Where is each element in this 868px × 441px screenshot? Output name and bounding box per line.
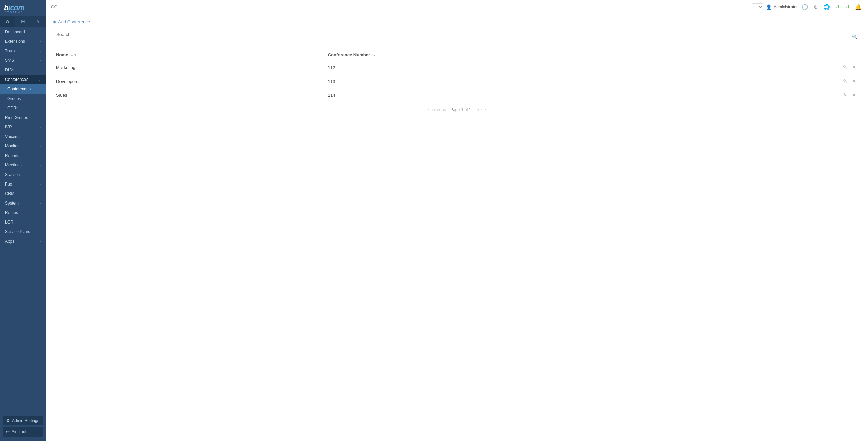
page-info: Page 1 of 1 [450,107,471,112]
sidebar-item-routes[interactable]: Routes [0,208,46,217]
table-row: Sales 114 ✎ ✕ [53,88,861,102]
sidebar-item-conferences-sub[interactable]: Conferences [0,84,46,94]
sidebar-item-crm[interactable]: CRM › [0,189,46,198]
table-body: Marketing 112 ✎ ✕ Developers 113 ✎ ✕ Sal… [53,60,861,102]
trunks-arrow: › [40,49,41,53]
delete-button[interactable]: ✕ [851,91,858,99]
sidebar-item-groups[interactable]: Groups [0,94,46,103]
add-conference-label: Add Conference [58,19,90,24]
sidebar: bicom SYSTEMS ⌂ ⊞ ⑂ Dashboard Extensions… [0,0,46,441]
search-wrapper: 🔍 [53,30,861,45]
user-icon: 👤 [766,4,772,10]
ivr-arrow: › [40,125,41,129]
monitor-arrow: › [40,144,41,148]
cell-name: Sales [53,88,325,102]
add-conference-button[interactable]: ⊕ Add Conference [53,19,90,24]
delete-button[interactable]: ✕ [851,77,858,85]
share-nav-icon[interactable]: ⑂ [31,16,46,27]
conferences-table: Name ▲▼ Conference Number ▲ Marketing 11… [53,50,861,102]
sidebar-item-system[interactable]: System › [0,198,46,208]
sms-arrow: › [40,59,41,63]
add-icon[interactable]: ⊕ [812,3,819,11]
sidebar-item-dashboard[interactable]: Dashboard [0,27,46,37]
sidebar-item-conferences[interactable]: Conferences ⌄ [0,75,46,84]
fax-arrow: › [40,182,41,186]
sidebar-icon-bar: ⌂ ⊞ ⑂ [0,16,46,27]
topbar-dropdown[interactable] [752,3,763,11]
sidebar-item-extensions[interactable]: Extensions › [0,37,46,46]
sidebar-item-service-plans[interactable]: Service Plans › [0,227,46,236]
globe-icon[interactable]: 🌐 [822,3,831,11]
table-header: Name ▲▼ Conference Number ▲ [53,50,861,60]
voicemail-arrow: › [40,135,41,139]
content-area: ⊕ Add Conference 🔍 Name ▲▼ Conference Nu… [46,14,868,441]
sidebar-item-apps[interactable]: Apps › [0,236,46,246]
apps-arrow: › [40,240,41,243]
sign-out-button[interactable]: ↩ Sign out [3,427,43,437]
sidebar-item-ring-groups[interactable]: Ring Groups › [0,113,46,122]
sidebar-item-monitor[interactable]: Monitor › [0,141,46,151]
table-row: Developers 113 ✎ ✕ [53,74,861,88]
topbar-actions: 👤 Administrator 🕐 ⊕ 🌐 ↺ ↺ 🔔 [752,3,863,11]
topbar: CC 👤 Administrator 🕐 ⊕ 🌐 ↺ ↺ 🔔 [46,0,868,14]
cell-name: Developers [53,74,325,88]
refresh-icon-2[interactable]: ↺ [844,3,851,11]
bell-icon[interactable]: 🔔 [854,3,863,11]
pagination: ‹ previous Page 1 of 1 next › [53,102,861,117]
row-actions: ✎ ✕ [834,60,861,74]
sidebar-item-reports[interactable]: Reports › [0,151,46,160]
main-area: CC 👤 Administrator 🕐 ⊕ 🌐 ↺ ↺ 🔔 ⊕ Add Con… [46,0,868,441]
next-page-link[interactable]: next › [476,107,486,112]
col-actions [834,50,861,60]
conferences-arrow: ⌄ [38,78,41,82]
topbar-user[interactable]: 👤 Administrator [766,4,798,10]
reports-arrow: › [40,154,41,158]
system-arrow: › [40,201,41,205]
sidebar-item-cdrs[interactable]: CDRs [0,103,46,113]
col-conference-number[interactable]: Conference Number ▲ [325,50,834,60]
clock-icon[interactable]: 🕐 [800,3,810,11]
puzzle-nav-icon[interactable]: ⊞ [15,16,31,27]
sidebar-item-voicemail[interactable]: Voicemail › [0,132,46,141]
sidebar-bottom: ⚙ Admin Settings ↩ Sign out [0,413,46,441]
sign-out-icon: ↩ [6,429,10,434]
search-icon: 🔍 [852,34,858,40]
sidebar-item-ivr[interactable]: IVR › [0,122,46,132]
admin-settings-icon: ⚙ [6,418,10,423]
cell-name: Marketing [53,60,325,74]
cell-conference-number: 114 [325,88,834,102]
ring-groups-arrow: › [40,116,41,120]
cell-conference-number: 112 [325,60,834,74]
user-label: Administrator [774,5,798,10]
admin-settings-button[interactable]: ⚙ Admin Settings [3,416,43,425]
sidebar-logo: bicom SYSTEMS [0,0,46,16]
sidebar-item-trunks[interactable]: Trunks › [0,46,46,56]
conference-number-sort-icon: ▲ [372,53,376,57]
edit-button[interactable]: ✎ [841,77,849,85]
edit-button[interactable]: ✎ [841,91,849,99]
statistics-arrow: › [40,173,41,177]
table-row: Marketing 112 ✎ ✕ [53,60,861,74]
extensions-arrow: › [40,40,41,43]
sidebar-item-lcr[interactable]: LCR [0,217,46,227]
edit-button[interactable]: ✎ [841,64,849,71]
sidebar-item-statistics[interactable]: Statistics › [0,170,46,179]
crm-arrow: › [40,192,41,196]
add-icon-circle: ⊕ [53,19,56,24]
cell-conference-number: 113 [325,74,834,88]
row-actions: ✎ ✕ [834,74,861,88]
admin-settings-label: Admin Settings [12,418,39,423]
breadcrumb: CC [51,4,748,10]
col-name[interactable]: Name ▲▼ [53,50,325,60]
name-sort-icon: ▲▼ [70,53,77,57]
sidebar-item-dids[interactable]: DIDs [0,65,46,75]
service-plans-arrow: › [40,230,41,234]
prev-page-link[interactable]: ‹ previous [428,107,446,112]
refresh-icon-1[interactable]: ↺ [834,3,841,11]
search-input[interactable] [53,30,861,39]
home-nav-icon[interactable]: ⌂ [0,16,15,27]
sidebar-item-meetings[interactable]: Meetings › [0,160,46,170]
sidebar-item-fax[interactable]: Fax › [0,179,46,189]
delete-button[interactable]: ✕ [851,64,858,71]
sidebar-item-sms[interactable]: SMS › [0,56,46,65]
